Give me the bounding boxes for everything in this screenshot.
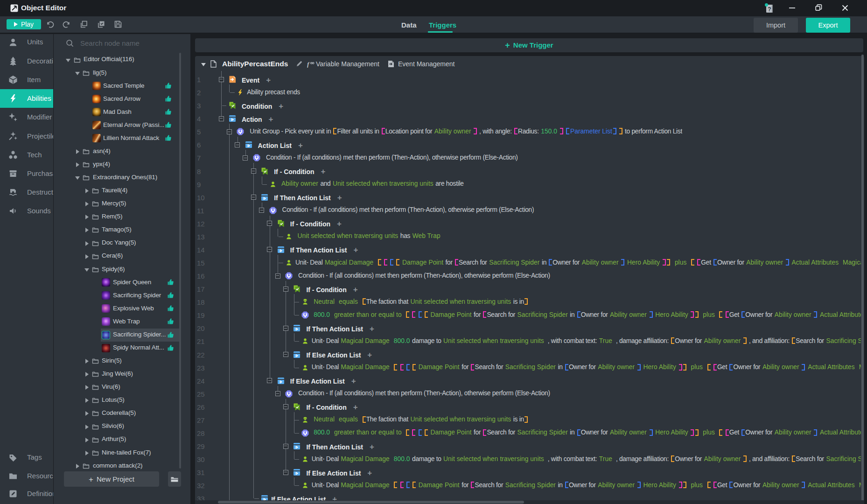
svg-text:?: ? — [768, 6, 771, 13]
svg-text:f: f — [307, 61, 310, 68]
